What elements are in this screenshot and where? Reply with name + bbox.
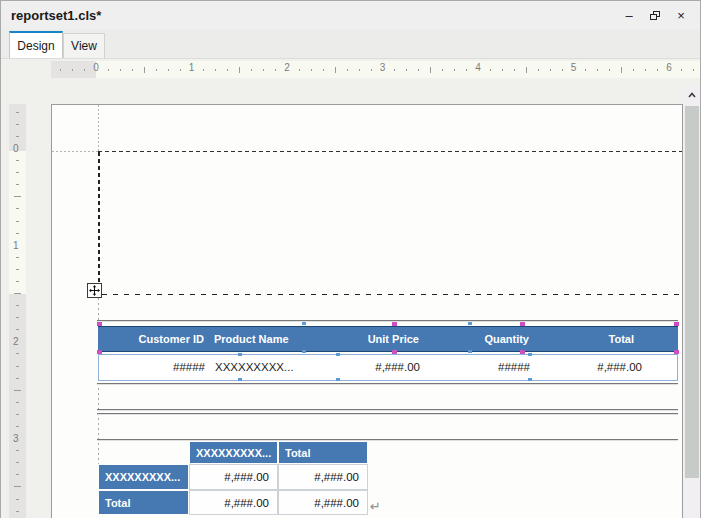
h-ruler-tick: [72, 69, 73, 71]
vertical-scrollbar[interactable]: [684, 86, 700, 518]
header-total[interactable]: Total: [536, 327, 634, 351]
band-boundary-line-bottom[interactable]: [102, 294, 682, 295]
header-customer-id[interactable]: Customer ID: [98, 327, 204, 351]
band-boundary-line-top[interactable]: [98, 151, 682, 152]
h-ruler-tick: [550, 69, 551, 71]
h-ruler-tick: [203, 69, 204, 71]
summary-value-1-2[interactable]: #,###.00: [278, 464, 368, 490]
h-ruler-tick: [526, 67, 527, 73]
v-ruler-tick: [16, 112, 19, 113]
header-quantity[interactable]: Quantity: [431, 327, 529, 351]
h-ruler-tick: [239, 67, 240, 73]
h-ruler-tick: [657, 69, 658, 71]
minimize-button[interactable]: –: [616, 4, 642, 26]
v-ruler-number: 3: [13, 433, 19, 444]
h-ruler-tick: [335, 67, 336, 73]
scroll-up-button[interactable]: [684, 86, 700, 103]
selection-marker-blue: [528, 353, 532, 356]
band-separator-2[interactable]: [97, 383, 678, 385]
margin-guide-vertical-top: [98, 105, 99, 151]
v-ruler-tick: [16, 172, 19, 173]
h-ruler-tick: [108, 69, 109, 71]
h-ruler-tick: [454, 69, 455, 71]
v-ruler-tick: [16, 426, 19, 427]
h-ruler-tick: [418, 69, 419, 71]
horizontal-ruler: 0123456: [51, 61, 700, 78]
header-product-name[interactable]: Product Name: [214, 327, 344, 351]
detail-table-row[interactable]: ##### XXXXXXXXX... #,###.00 ##### #,###.…: [98, 354, 678, 381]
h-ruler-number: 2: [284, 62, 290, 73]
h-ruler-number: 6: [666, 62, 672, 73]
h-ruler-tick: [263, 69, 264, 71]
tab-view[interactable]: View: [63, 33, 105, 58]
h-ruler-tick: [681, 69, 682, 71]
h-ruler-tick: [645, 69, 646, 71]
tab-design[interactable]: Design: [9, 31, 63, 58]
h-ruler-tick: [371, 69, 372, 71]
selection-marker-magenta: [97, 350, 102, 354]
h-ruler-tick: [633, 69, 634, 71]
field-quantity[interactable]: #####: [432, 355, 530, 380]
scrollbar-thumb[interactable]: [685, 106, 699, 478]
v-ruler-tick: [16, 136, 19, 137]
selection-marker-blue: [238, 378, 242, 381]
h-ruler-tick: [299, 69, 300, 71]
band-separator-4[interactable]: [97, 413, 678, 415]
h-ruler-tick: [693, 69, 694, 71]
v-ruler-tick: [16, 160, 19, 161]
window-title: reportset1.cls*: [1, 8, 101, 23]
summary-col-header-total[interactable]: Total: [278, 441, 368, 464]
detail-table-header[interactable]: Customer ID Product Name Unit Price Quan…: [98, 326, 678, 352]
header-unit-price[interactable]: Unit Price: [331, 327, 419, 351]
h-ruler-tick: [227, 69, 228, 71]
field-customer-id[interactable]: #####: [99, 355, 205, 380]
field-unit-price[interactable]: #,###.00: [332, 355, 420, 380]
v-ruler-tick: [14, 196, 21, 197]
summary-col-header-1[interactable]: XXXXXXXXX...: [189, 441, 278, 464]
h-ruler-tick: [275, 69, 276, 71]
selection-marker-blue: [468, 322, 472, 325]
v-ruler-tick: [16, 233, 19, 234]
h-ruler-tick: [609, 69, 610, 71]
close-button[interactable]: ×: [668, 4, 694, 26]
h-ruler-tick: [442, 69, 443, 71]
band-separator-1[interactable]: [97, 320, 678, 322]
v-ruler-tick: [16, 208, 19, 209]
design-canvas[interactable]: Customer ID Product Name Unit Price Quan…: [51, 104, 683, 518]
field-total[interactable]: #,###.00: [537, 355, 642, 380]
v-ruler-tick: [16, 257, 19, 258]
margin-guide-horizontal-left: [52, 151, 98, 152]
h-ruler-tick: [514, 69, 515, 71]
v-ruler-tick: [16, 353, 19, 354]
summary-value-1-1[interactable]: #,###.00: [189, 464, 278, 490]
selection-marker-magenta: [674, 350, 679, 354]
summary-value-2-1[interactable]: #,###.00: [189, 490, 278, 515]
h-ruler-number: 0: [93, 62, 99, 73]
h-ruler-tick: [132, 69, 133, 71]
h-ruler-tick: [120, 69, 121, 71]
restore-icon: [650, 11, 660, 20]
v-ruler-gray-bottom: [9, 294, 26, 518]
restore-button[interactable]: [642, 4, 668, 26]
v-ruler-tick: [16, 366, 19, 367]
selection-marker-magenta: [520, 322, 525, 326]
selection-marker-blue: [302, 322, 306, 325]
summary-table[interactable]: XXXXXXXXX... Total XXXXXXXXX... #,###.00…: [98, 441, 368, 515]
field-product-name[interactable]: XXXXXXXXX...: [215, 355, 345, 380]
h-ruler-tick: [490, 69, 491, 71]
selection-marker-blue: [528, 378, 532, 381]
summary-row-label-1[interactable]: XXXXXXXXX...: [98, 464, 189, 490]
move-handle[interactable]: [87, 283, 102, 298]
window-controls: – ×: [616, 1, 694, 29]
summary-value-2-2[interactable]: #,###.00: [278, 490, 368, 515]
v-ruler-tick: [16, 317, 19, 318]
selection-marker-magenta: [674, 322, 679, 326]
h-ruler-tick: [84, 69, 85, 71]
summary-row-label-total[interactable]: Total: [98, 490, 189, 515]
selection-marker-blue: [468, 350, 472, 353]
v-ruler-number: 0: [13, 143, 19, 154]
v-ruler-tick: [14, 293, 21, 294]
h-ruler-tick: [562, 69, 563, 71]
v-ruler-tick: [16, 499, 19, 500]
band-separator-3[interactable]: [97, 409, 678, 411]
